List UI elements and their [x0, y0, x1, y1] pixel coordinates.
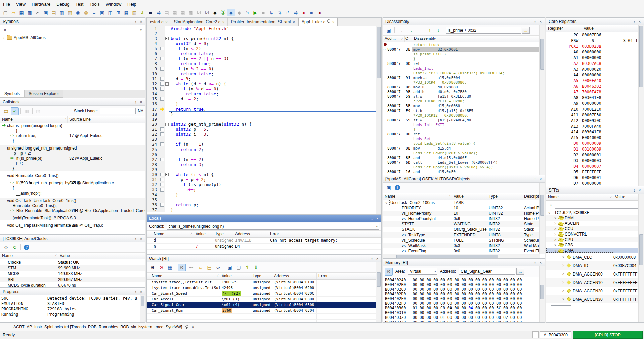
breakpoint-indicator[interactable]: [383, 151, 387, 155]
fold-gutter[interactable]: [165, 31, 169, 36]
osek-object-row[interactable]: vs_HomePriority 10 UINT32 Home Prio: [383, 211, 545, 216]
expander-icon[interactable]: >: [554, 216, 557, 220]
breakpoint-gutter[interactable]: [159, 162, 165, 167]
show-source-lines-icon[interactable]: ✓: [11, 107, 19, 115]
column-header-name[interactable]: Name∕: [0, 116, 68, 123]
save-icon[interactable]: ▣: [385, 27, 393, 34]
register-value[interactable]: 00000009: [578, 141, 601, 146]
breakpoint-indicator[interactable]: [383, 99, 387, 103]
column-header-source-line[interactable]: Source Line: [68, 116, 145, 123]
osek-object-row[interactable]: vs_HomePriorityInt 0x6 INT32 Home Prio: [383, 216, 545, 221]
dock-icon[interactable]: ↕: [532, 19, 538, 24]
breakpoint-gutter[interactable]: [159, 137, 165, 142]
watch-row[interactable]: isystem_trace,,TestSuit.elf 1900575 unsi…: [147, 280, 381, 285]
breakpoint-gutter[interactable]: [159, 76, 165, 81]
search-icon[interactable]: ◉: [74, 9, 82, 16]
menu-item[interactable]: Debug: [53, 1, 72, 8]
disassembly-row[interactable]: Leds_Set_Upper((0xf0 & value) >> 4);: [383, 165, 545, 169]
breakpoint-gutter[interactable]: [159, 192, 165, 197]
breakpoint-gutter[interactable]: [159, 96, 165, 101]
disassembly-row[interactable]: }: [383, 127, 545, 132]
code-line[interactable]: 31 p = p + 2;: [147, 177, 376, 182]
code-line[interactable]: 21 uint32 p = 5;: [147, 127, 376, 132]
open-folder-icon[interactable]: ▱: [9, 9, 17, 16]
code-line[interactable]: 35: [147, 197, 376, 202]
register-value[interactable]: 00000000: [578, 181, 601, 186]
register-row[interactable]: D6 00000001: [546, 175, 644, 180]
column-header-type[interactable]: Type: [213, 231, 233, 237]
close-tab-icon[interactable]: ×: [332, 20, 334, 24]
breakpoint-indicator[interactable]: [383, 146, 387, 151]
sfr-row[interactable]: >DAM: [546, 215, 644, 221]
disassembly-row[interactable]: *P20_IOCR12 = 0x80808080;: [383, 113, 545, 118]
menu-item[interactable]: View: [13, 1, 29, 8]
register-row[interactable]: D0 00000009: [546, 140, 644, 146]
grid-b-icon[interactable]: ▦: [179, 9, 187, 16]
disassembly-row[interactable]: 8000'7 8F and d4,d15,0x000F: [383, 155, 545, 160]
column-header-error[interactable]: Error: [268, 231, 381, 237]
column-header-disassembly[interactable]: Disassembly: [412, 36, 545, 42]
offline-icon[interactable]: ◆: [235, 9, 243, 16]
breakpoint-gutter[interactable]: [159, 61, 165, 66]
info-icon[interactable]: i: [393, 184, 401, 192]
breakpoint-gutter[interactable]: [159, 46, 165, 51]
scroll-up-icon[interactable]: ↑: [426, 27, 434, 34]
breakpoint-gutter[interactable]: [159, 36, 165, 41]
breakpoint-gutter[interactable]: [159, 187, 165, 192]
fold-gutter[interactable]: [165, 56, 169, 61]
watch-group-icon[interactable]: ▱: [197, 264, 205, 271]
memory-row[interactable]: B004'0330 00 00 00 00 00 00 00 00 00 00 …: [383, 320, 545, 323]
code-line[interactable]: 5 if (n < 2): [147, 46, 376, 51]
breakpoint-indicator[interactable]: [383, 113, 387, 118]
callstack-row[interactable]: __asm("nop");: [0, 190, 145, 196]
expander-icon[interactable]: >: [554, 227, 557, 231]
watch-row[interactable]: Car_Signal_Speed '\' (92) unsigned c (Vi…: [147, 291, 381, 297]
dock-icon[interactable]: ↕: [532, 261, 538, 265]
menu-item[interactable]: Tools: [86, 1, 102, 8]
callstack-row[interactable]: {: [0, 185, 145, 190]
expander-icon[interactable]: >: [562, 264, 565, 267]
disassembly-row[interactable]: 8000'7 E9 st.b d15,[a15]-0x4BE5: [383, 108, 545, 113]
column-header-name[interactable]: Name∕: [147, 231, 194, 237]
pin-icon[interactable]: [327, 19, 330, 23]
register-value[interactable]: 80007FB6: [578, 33, 601, 37]
column-header-address[interactable]: Address: [272, 273, 317, 279]
osek-object-row[interactable]: vs_EventFlag 0x0 INT32 Event Flag: [383, 248, 545, 254]
breakpoint-checkbox[interactable]: [160, 142, 164, 146]
goto-address-input[interactable]: is_prime + 0x32: [446, 27, 521, 34]
dock-icon[interactable]: ↕: [133, 237, 138, 241]
table-view-icon[interactable]: ▦: [166, 264, 174, 271]
register-value[interactable]: 7000FA40: [578, 78, 601, 83]
disassembly-row[interactable]: *P33_IOCR4 = 0x80808080;: [383, 80, 545, 85]
register-row[interactable]: D4 00000007: [546, 163, 644, 169]
breakpoint-indicator[interactable]: [383, 169, 387, 174]
register-value[interactable]: D000930C: [578, 118, 601, 123]
register-row[interactable]: A10 7000E2E0: [546, 106, 644, 112]
fold-gutter[interactable]: [165, 66, 169, 71]
column-header-value[interactable]: Value: [58, 253, 145, 259]
breakpoint-checkbox[interactable]: [160, 188, 164, 192]
breakpoint-checkbox[interactable]: [160, 97, 164, 101]
close-icon[interactable]: ×: [138, 19, 144, 24]
register-row[interactable]: D7 00000000: [546, 180, 644, 186]
callstack-row[interactable]: return true; 17 @ Appl_Euler.c: [0, 133, 145, 138]
breakpoint-indicator[interactable]: [383, 122, 387, 127]
callstack-row[interactable]: Rte_Runnable_StartApplication_R 2264 @ R…: [0, 208, 145, 213]
code-line[interactable]: 2: [147, 31, 376, 36]
save-icon[interactable]: ▣: [226, 264, 234, 271]
history-icon[interactable]: ⊙: [2, 244, 10, 251]
osek-object-row[interactable]: vs_WaitMask 0x3 INT32 Wait Mask: [383, 243, 545, 248]
code-line[interactable]: 30 while (i < n) {: [147, 172, 376, 177]
disassembly-row[interactable]: 8000'7 0B mov d15,d4: [383, 146, 545, 151]
context-dropdown[interactable]: char is_prime(unsigned long n)▾: [167, 223, 379, 230]
osek-object-row[interactable]: vs_Schedule FULL STRING Schedule: [383, 238, 545, 243]
close-icon[interactable]: ×: [138, 290, 144, 294]
reset-icon[interactable]: ↰: [243, 9, 251, 16]
callstack-row[interactable]: unsigned long get_nth_prime(unsigned: [0, 145, 145, 151]
properties-icon[interactable]: ▤: [205, 264, 213, 271]
register-row[interactable]: A1 00000000: [546, 55, 644, 60]
clock-row[interactable]: STM99.989 MHz: [0, 265, 145, 271]
fold-gutter[interactable]: [165, 167, 169, 172]
fold-gutter[interactable]: [165, 46, 169, 51]
register-value[interactable]: 00000001: [578, 153, 601, 157]
